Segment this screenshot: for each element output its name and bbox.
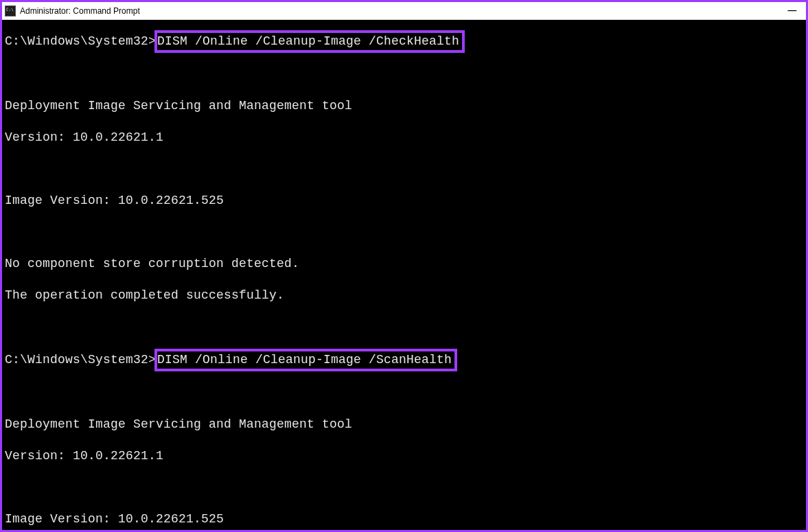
blank [5, 319, 803, 335]
window-title: Administrator: Command Prompt [20, 6, 140, 16]
cmd-line-2: C:\Windows\System32>DISM /Online /Cleanu… [5, 351, 803, 369]
blank [5, 480, 803, 496]
window-titlebar[interactable]: Administrator: Command Prompt ─ [2, 2, 806, 20]
success-1: The operation completed successfully. [5, 288, 803, 303]
blank [5, 67, 803, 82]
version-2: Version: 10.0.22621.1 [5, 448, 803, 464]
tool-header-2: Deployment Image Servicing and Managemen… [5, 417, 803, 432]
highlight-cmd-2: DISM /Online /Cleanup-Image /ScanHealth [154, 349, 457, 371]
highlight-cmd-1: DISM /Online /Cleanup-Image /CheckHealth [154, 30, 465, 53]
blank [5, 161, 803, 177]
image-version-2: Image Version: 10.0.22621.525 [5, 511, 803, 527]
tool-header-1: Deployment Image Servicing and Managemen… [5, 98, 803, 114]
blank [5, 385, 803, 401]
image-version-1: Image Version: 10.0.22621.525 [5, 193, 803, 209]
cmd-icon [5, 5, 16, 16]
terminal-area[interactable]: C:\Windows\System32>DISM /Online /Cleanu… [2, 20, 806, 530]
checkhealth-result: No component store corruption detected. [5, 256, 803, 272]
minimize-button[interactable]: ─ [785, 3, 799, 17]
blank [5, 224, 803, 240]
version-1: Version: 10.0.22621.1 [5, 130, 803, 146]
cmd-line-1: C:\Windows\System32>DISM /Online /Cleanu… [5, 32, 803, 51]
